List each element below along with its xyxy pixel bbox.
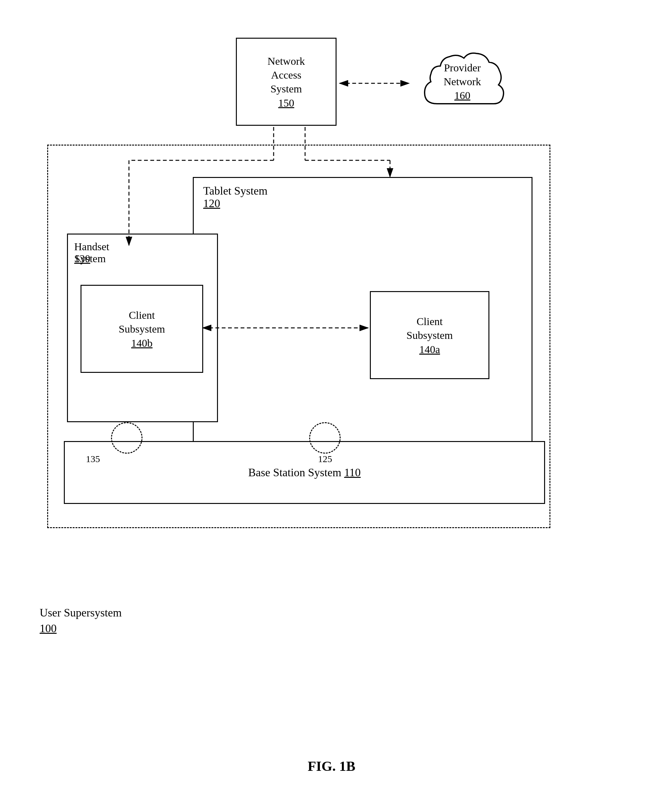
client-b-ref: 140b xyxy=(131,337,152,349)
user-supersystem-box: Tablet System 120 ClientSubsystem 140a H… xyxy=(47,145,550,528)
figure-label: FIG. 1B xyxy=(307,758,356,774)
tablet-system-label: Tablet System xyxy=(203,184,267,197)
nas-ref: 150 xyxy=(278,97,294,109)
label-125: 125 xyxy=(318,454,332,464)
circle-135 xyxy=(111,422,142,454)
cloud-shape: ProviderNetwork 160 xyxy=(412,41,513,123)
tablet-system-box: Tablet System 120 ClientSubsystem 140a xyxy=(193,177,532,447)
circle-125 xyxy=(309,422,341,454)
nas-box: NetworkAccessSystem 150 xyxy=(236,38,336,126)
provider-ref: 160 xyxy=(454,90,471,101)
base-station-label: Base Station System 110 xyxy=(248,466,361,479)
client-subsystem-b-box: ClientSubsystem 140b xyxy=(81,285,203,373)
cloud-text: ProviderNetwork 160 xyxy=(444,61,481,103)
user-supersystem-ref: 100 xyxy=(38,622,58,635)
client-a-ref: 140a xyxy=(419,344,440,355)
client-subsystem-a-box: ClientSubsystem 140a xyxy=(370,291,489,379)
client-b-label: ClientSubsystem xyxy=(118,308,165,336)
handset-system-box: HandsetSystem 130 ClientSubsystem 140b xyxy=(67,234,218,422)
nas-label: NetworkAccessSystem xyxy=(268,54,305,96)
client-a-label: ClientSubsystem xyxy=(406,315,453,342)
user-supersystem-label: User Supersystem xyxy=(38,606,124,619)
base-station-ref: 110 xyxy=(344,466,361,479)
tablet-system-ref: 120 xyxy=(203,197,220,210)
provider-network-container: ProviderNetwork 160 xyxy=(409,38,516,126)
handset-ref: 130 xyxy=(74,253,90,265)
provider-label: ProviderNetwork xyxy=(444,62,481,87)
label-135: 135 xyxy=(86,454,100,464)
